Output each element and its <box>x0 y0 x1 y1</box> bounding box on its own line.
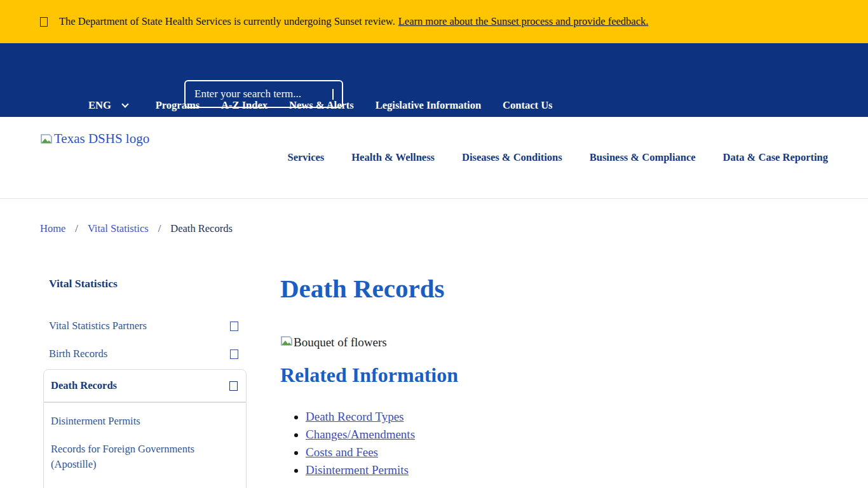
logo-alt-text: Texas DSHS logo <box>54 131 149 147</box>
link-changes-amendments[interactable]: Changes/Amendments <box>306 428 415 441</box>
related-information-heading: Related Information <box>280 363 458 387</box>
related-links-list: Death Record Types Changes/Amendments Co… <box>293 408 415 479</box>
sidebar-item-death-records[interactable]: Death Records <box>43 369 247 402</box>
utility-bar: ENG Programs A-Z Index News & Alerts Leg… <box>0 43 868 117</box>
language-selector[interactable]: ENG <box>88 99 128 112</box>
sidebar-item-label[interactable]: Vital Statistics Partners <box>49 320 147 332</box>
breadcrumb: Home / Vital Statistics / Death Records <box>40 222 233 235</box>
sidebar-subitem-disinterment-permits[interactable]: Disinterment Permits <box>51 414 238 429</box>
sunset-feedback-link[interactable]: Learn more about the Sunset process and … <box>398 15 649 28</box>
breadcrumb-home[interactable]: Home <box>40 222 65 235</box>
sidebar-item-label[interactable]: Death Records <box>51 379 117 392</box>
utility-nav-contact-us[interactable]: Contact Us <box>503 99 552 112</box>
search-box[interactable] <box>184 80 343 108</box>
sidebar-vital-statistics: Vital Statistics Vital Statistics Partne… <box>43 277 247 488</box>
nav-business-compliance[interactable]: Business & Compliance <box>590 151 696 164</box>
sidebar-subitem-death-record-faqs[interactable]: Death Record FAQs <box>51 485 238 488</box>
site-logo-link[interactable]: Texas DSHS logo <box>40 131 149 147</box>
nav-health-wellness[interactable]: Health & Wellness <box>351 151 435 164</box>
nav-diseases-conditions[interactable]: Diseases & Conditions <box>462 151 562 164</box>
list-item: Disinterment Permits <box>306 461 415 479</box>
chevron-down-icon <box>121 100 128 107</box>
breadcrumb-separator: / <box>158 222 161 235</box>
broken-image-icon <box>40 133 53 146</box>
search-input[interactable] <box>194 88 327 100</box>
link-disinterment-permits[interactable]: Disinterment Permits <box>306 463 409 477</box>
breadcrumb-vital-statistics[interactable]: Vital Statistics <box>88 222 149 235</box>
main-nav: Services Health & Wellness Diseases & Co… <box>260 151 828 164</box>
expand-icon[interactable] <box>230 322 238 331</box>
nav-data-case-reporting[interactable]: Data & Case Reporting <box>723 151 828 164</box>
link-death-record-types[interactable]: Death Record Types <box>306 410 404 423</box>
expand-icon[interactable] <box>230 349 238 359</box>
breadcrumb-separator: / <box>75 222 78 235</box>
sidebar-item-vital-statistics-partners[interactable]: Vital Statistics Partners <box>43 312 247 340</box>
link-costs-and-fees[interactable]: Costs and Fees <box>306 445 378 459</box>
page-title: Death Records <box>280 273 444 304</box>
bouquet-image-placeholder: Bouquet of flowers <box>280 336 387 349</box>
sidebar-title: Vital Statistics <box>43 277 247 290</box>
utility-nav-legislative-information[interactable]: Legislative Information <box>376 99 481 112</box>
sidebar-submenu-death-records: Disinterment Permits Records for Foreign… <box>43 402 247 488</box>
broken-image-icon <box>280 336 293 348</box>
site-header: Texas DSHS logo Services Health & Wellne… <box>0 117 868 199</box>
banner-text: The Department of State Health Services … <box>59 15 395 28</box>
nav-services[interactable]: Services <box>287 151 324 164</box>
image-alt-text: Bouquet of flowers <box>294 336 387 349</box>
search-icon[interactable] <box>332 89 334 100</box>
sidebar-item-birth-records[interactable]: Birth Records <box>43 340 247 368</box>
sidebar-subitem-records-foreign-governments[interactable]: Records for Foreign Governments (Apostil… <box>51 442 238 472</box>
alert-icon <box>40 17 48 27</box>
collapse-icon[interactable] <box>229 381 238 391</box>
list-item: Death Record Types <box>306 408 415 426</box>
sunset-alert-banner: The Department of State Health Services … <box>0 0 868 43</box>
breadcrumb-current: Death Records <box>170 222 233 235</box>
list-item: Changes/Amendments <box>306 426 415 444</box>
language-label: ENG <box>88 99 111 112</box>
sidebar-item-label[interactable]: Birth Records <box>49 348 107 360</box>
list-item: Costs and Fees <box>306 444 415 461</box>
